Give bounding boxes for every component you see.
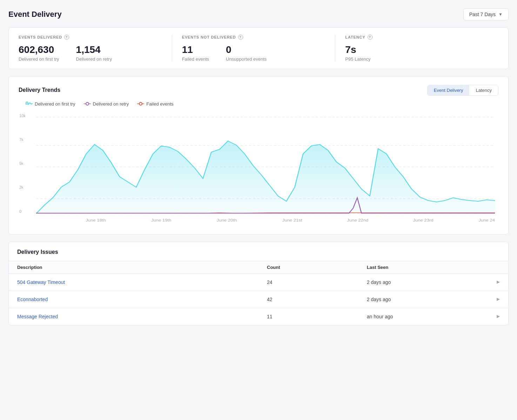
- events-delivered-section: EVENTS DELIVERED ? 602,630 Delivered on …: [19, 35, 172, 62]
- issue-count: 24: [258, 273, 358, 291]
- chart-legend: Delivered on first try Delivered on retr…: [26, 101, 498, 107]
- svg-point-0: [26, 102, 28, 104]
- issue-description: Econnaborted: [9, 291, 258, 308]
- stat-retry-value: 1,154: [76, 44, 112, 56]
- latency-help-icon[interactable]: ?: [368, 35, 372, 40]
- y-label-10k: 10k: [19, 114, 26, 118]
- events-delivered-title: EVENTS DELIVERED ?: [19, 35, 165, 40]
- delivery-issues-card: Delivery Issues Description Count Last S…: [8, 242, 509, 325]
- legend-failed-label: Failed events: [146, 101, 173, 107]
- issue-last-seen: 2 days ago ▶: [358, 273, 508, 291]
- stat-first-try-label: Delivered on first try: [19, 56, 59, 62]
- page-header: Event Delivery Past 7 Days ▼: [8, 8, 509, 20]
- delivery-trends-card: Delivery Trends Event Delivery Latency D…: [8, 76, 509, 235]
- legend-first-try: Delivered on first try: [26, 101, 75, 107]
- y-label-7k: 7k: [19, 137, 26, 142]
- chart-card-header: Delivery Trends Event Delivery Latency: [19, 85, 498, 96]
- table-row: 504 Gateway Timeout 24 2 days ago ▶: [9, 273, 508, 291]
- stat-retry: 1,154 Delivered on retry: [76, 44, 112, 62]
- table-row: Message Rejected 11 an hour ago ▶: [9, 308, 508, 325]
- svg-text:June 22nd: June 22nd: [347, 218, 368, 223]
- stat-unsupported-value: 0: [226, 44, 267, 56]
- svg-point-1: [86, 102, 89, 105]
- latency-section: LATENCY ? 7s P95 Latency: [335, 35, 498, 62]
- latency-title: LATENCY ?: [345, 35, 491, 40]
- events-delivered-help-icon[interactable]: ?: [64, 35, 69, 40]
- row-arrow-icon[interactable]: ▶: [497, 279, 500, 284]
- issue-description: 504 Gateway Timeout: [9, 273, 258, 291]
- tab-latency[interactable]: Latency: [469, 85, 498, 95]
- chevron-down-icon: ▼: [498, 12, 503, 17]
- svg-text:June 24th: June 24th: [478, 218, 495, 223]
- issue-count: 42: [258, 291, 358, 308]
- issue-description: Message Rejected: [9, 308, 258, 325]
- stat-failed-label: Failed events: [182, 56, 209, 62]
- legend-retry: Delivered on retry: [84, 101, 129, 107]
- col-header-last-seen: Last Seen: [358, 261, 508, 273]
- issue-link[interactable]: Econnaborted: [17, 297, 48, 302]
- chart-tab-group: Event Delivery Latency: [427, 85, 498, 96]
- svg-marker-12: [36, 141, 495, 214]
- legend-failed: Failed events: [137, 101, 173, 107]
- stat-unsupported-label: Unsupported events: [226, 56, 267, 62]
- svg-point-4: [139, 102, 142, 105]
- date-range-button[interactable]: Past 7 Days ▼: [463, 8, 509, 20]
- stat-failed-value: 11: [182, 44, 209, 56]
- tab-event-delivery[interactable]: Event Delivery: [428, 85, 470, 95]
- svg-text:June 18th: June 18th: [86, 218, 106, 223]
- y-label-2k: 2k: [19, 185, 26, 189]
- stat-first-try-value: 602,630: [19, 44, 59, 56]
- date-range-label: Past 7 Days: [469, 12, 496, 17]
- svg-text:June 21st: June 21st: [282, 218, 302, 223]
- issues-table: Description Count Last Seen 504 Gateway …: [9, 261, 508, 325]
- legend-first-try-label: Delivered on first try: [35, 101, 75, 107]
- row-arrow-icon[interactable]: ▶: [497, 297, 500, 302]
- y-label-5k: 5k: [19, 161, 26, 165]
- col-header-description: Description: [9, 261, 258, 273]
- col-header-count: Count: [258, 261, 358, 273]
- issues-table-header-row: Description Count Last Seen: [9, 261, 508, 273]
- row-arrow-icon[interactable]: ▶: [497, 314, 500, 319]
- stat-p95-value: 7s: [345, 44, 370, 56]
- stat-first-try: 602,630 Delivered on first try: [19, 44, 59, 62]
- svg-text:June 20th: June 20th: [217, 218, 237, 223]
- issue-link[interactable]: 504 Gateway Timeout: [17, 279, 65, 285]
- issue-link[interactable]: Message Rejected: [17, 314, 58, 319]
- chart-title: Delivery Trends: [19, 87, 60, 93]
- issue-last-seen: an hour ago ▶: [358, 308, 508, 325]
- events-not-delivered-title: EVENTS NOT DELIVERED ?: [182, 35, 328, 40]
- svg-text:June 19th: June 19th: [151, 218, 171, 223]
- issue-last-seen: 2 days ago ▶: [358, 291, 508, 308]
- stat-p95: 7s P95 Latency: [345, 44, 370, 62]
- stat-unsupported: 0 Unsupported events: [226, 44, 267, 62]
- table-row: Econnaborted 42 2 days ago ▶: [9, 291, 508, 308]
- stat-p95-label: P95 Latency: [345, 56, 370, 62]
- y-label-0: 0: [19, 209, 26, 214]
- events-delivered-items: 602,630 Delivered on first try 1,154 Del…: [19, 44, 165, 62]
- chart-area: 0 2k 5k 7k 10k: [36, 114, 495, 226]
- stat-retry-label: Delivered on retry: [76, 56, 112, 62]
- issue-count: 11: [258, 308, 358, 325]
- y-axis: 0 2k 5k 7k 10k: [19, 114, 26, 214]
- events-not-delivered-items: 11 Failed events 0 Unsupported events: [182, 44, 328, 62]
- events-not-delivered-help-icon[interactable]: ?: [238, 35, 243, 40]
- stat-failed: 11 Failed events: [182, 44, 209, 62]
- latency-items: 7s P95 Latency: [345, 44, 491, 62]
- legend-retry-label: Delivered on retry: [93, 101, 129, 107]
- stats-card: EVENTS DELIVERED ? 602,630 Delivered on …: [8, 27, 509, 69]
- issues-card-title: Delivery Issues: [9, 242, 508, 261]
- events-not-delivered-section: EVENTS NOT DELIVERED ? 11 Failed events …: [172, 35, 335, 62]
- page-title: Event Delivery: [8, 10, 62, 19]
- chart-svg: June 18th June 19th June 20th June 21st …: [36, 114, 495, 226]
- svg-text:June 23rd: June 23rd: [413, 218, 433, 223]
